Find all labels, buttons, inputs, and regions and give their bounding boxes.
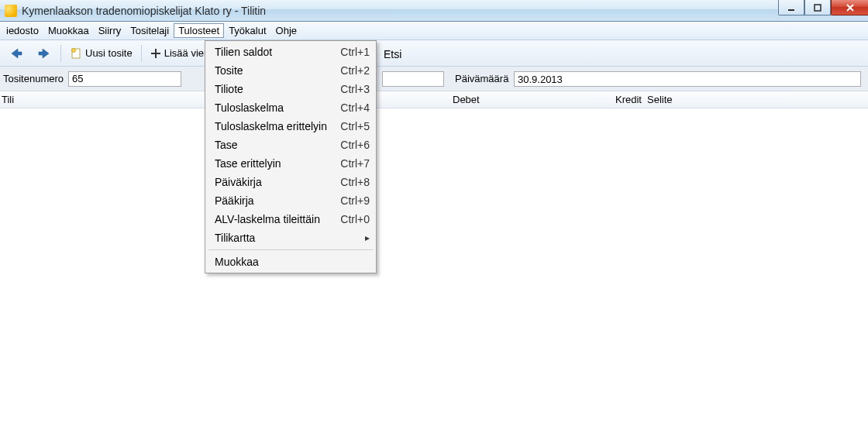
add-entry-label: Lisää vien <box>164 47 210 59</box>
table-header: Tili Debet Kredit Selite <box>0 91 868 108</box>
search-input[interactable] <box>382 71 444 87</box>
menu-item-income-statement[interactable]: Tuloslaskelma Ctrl+4 <box>207 98 374 117</box>
menu-item-journal[interactable]: Päiväkirja Ctrl+8 <box>207 173 374 191</box>
nav-back-button[interactable] <box>3 43 29 64</box>
svg-point-5 <box>72 48 76 52</box>
new-voucher-icon <box>70 47 82 60</box>
menu-item-vat-by-account[interactable]: ALV-laskelma tileittäin Ctrl+0 <box>207 210 374 229</box>
voucher-number-label: Tositenumero <box>3 73 64 84</box>
menu-edit[interactable]: Muokkaa <box>43 23 94 38</box>
col-description[interactable]: Selite <box>647 94 673 105</box>
window-title: Kymenlaakson tradenomiopiskelijat Klato … <box>22 5 266 17</box>
menu-vouchertype[interactable]: Tositelaji <box>126 23 174 38</box>
menu-item-chart-of-accounts[interactable]: Tilikartta <box>207 229 374 247</box>
reports-dropdown: Tilien saldot Ctrl+1 Tosite Ctrl+2 Tilio… <box>205 40 377 273</box>
app-icon <box>5 5 17 17</box>
toolbar-separator-2 <box>141 45 142 62</box>
nav-forward-button[interactable] <box>31 43 57 64</box>
col-debit[interactable]: Debet <box>453 94 480 105</box>
menu-item-edit-reports[interactable]: Muokkaa <box>207 253 374 271</box>
toolbar: Uusi tosite Lisää vien <box>0 40 868 67</box>
search-label: Etsi <box>384 48 401 60</box>
menu-tools[interactable]: Työkalut <box>224 23 270 38</box>
toolbar-separator <box>60 45 61 62</box>
menu-item-general-ledger[interactable]: Pääkirja Ctrl+9 <box>207 191 374 210</box>
menubar: iedosto Muokkaa Siirry Tositelaji Tulost… <box>0 22 868 40</box>
maximize-button[interactable] <box>804 0 831 15</box>
col-credit[interactable]: Kredit <box>615 94 642 105</box>
date-label: Päivämäärä <box>455 73 508 84</box>
minimize-button[interactable] <box>778 0 804 15</box>
app-root: Kymenlaakson tradenomiopiskelijat Klato … <box>0 0 868 433</box>
menu-item-balance-sheet[interactable]: Tase Ctrl+6 <box>207 136 374 154</box>
menu-go[interactable]: Siirry <box>94 23 126 38</box>
arrow-left-icon <box>9 46 24 61</box>
col-account[interactable]: Tili <box>2 94 14 105</box>
menu-help[interactable]: Ohje <box>271 23 301 38</box>
titlebar: Kymenlaakson tradenomiopiskelijat Klato … <box>0 0 868 22</box>
voucher-number-input[interactable] <box>68 71 181 87</box>
new-voucher-label: Uusi tosite <box>85 47 133 59</box>
window-buttons <box>778 0 868 15</box>
svg-rect-1 <box>815 5 821 11</box>
menu-item-balance-sheet-detailed[interactable]: Tase erittelyin Ctrl+7 <box>207 154 374 173</box>
menu-divider <box>208 249 373 250</box>
fields-row: Tositenumero Päivämäärä <box>0 67 868 91</box>
menu-item-income-statement-detailed[interactable]: Tuloslaskelma erittelyin Ctrl+5 <box>207 117 374 136</box>
date-input[interactable] <box>514 71 861 87</box>
menu-file[interactable]: iedosto <box>2 23 43 38</box>
menu-item-account-statement[interactable]: Tiliote Ctrl+3 <box>207 80 374 98</box>
menu-item-voucher[interactable]: Tosite Ctrl+2 <box>207 61 374 80</box>
arrow-right-icon <box>36 46 52 61</box>
plus-icon <box>150 48 161 59</box>
menu-item-account-balances[interactable]: Tilien saldot Ctrl+1 <box>207 43 374 61</box>
close-button[interactable] <box>831 0 868 15</box>
new-voucher-button[interactable]: Uusi tosite <box>64 44 138 63</box>
menu-reports[interactable]: Tulosteet <box>174 23 224 38</box>
